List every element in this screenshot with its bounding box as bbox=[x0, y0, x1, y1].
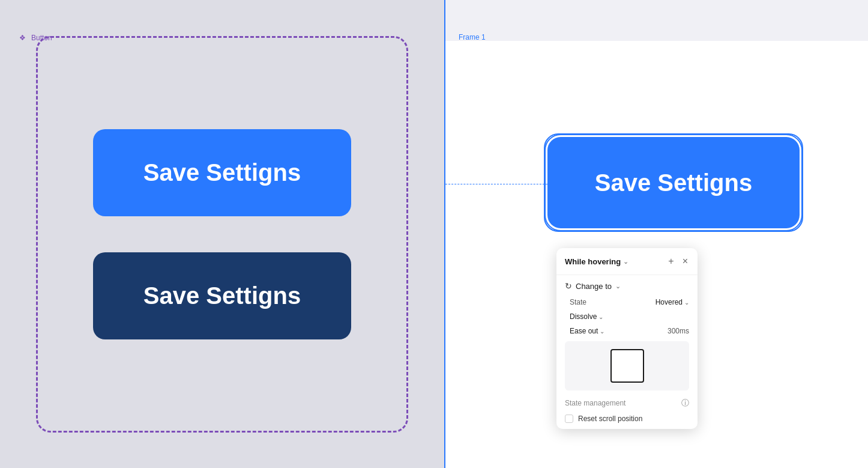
dissolve-value-group[interactable]: Dissolve ⌄ bbox=[570, 312, 603, 321]
reset-scroll-row: Reset scroll position bbox=[565, 415, 689, 423]
easing-label: Ease out bbox=[570, 327, 598, 335]
add-interaction-button[interactable]: + bbox=[667, 255, 675, 267]
component-label: ❖ Button bbox=[19, 34, 52, 42]
component-label-text: Button bbox=[31, 34, 52, 42]
easing-preview bbox=[565, 341, 689, 391]
duration-value: 300ms bbox=[668, 327, 689, 335]
action-label: Change to bbox=[576, 282, 612, 291]
state-value: Hovered bbox=[656, 298, 683, 306]
close-interaction-button[interactable]: × bbox=[681, 255, 689, 267]
right-panel: Frame 1 Save Settigns While hovering ⌄ + bbox=[444, 0, 868, 468]
reset-scroll-checkbox[interactable] bbox=[565, 415, 573, 423]
close-icon: × bbox=[683, 257, 688, 266]
panel-body: ↻ Change to ⌄ State Hovered ⌄ Dissolve bbox=[556, 275, 698, 429]
dissolve-row: Dissolve ⌄ bbox=[565, 312, 689, 321]
button-default-label: Save Settigns bbox=[143, 159, 301, 186]
easing-row: Ease out ⌄ 300ms bbox=[565, 327, 689, 335]
dissolve-chevron-icon: ⌄ bbox=[598, 314, 603, 320]
reset-scroll-label: Reset scroll position bbox=[578, 415, 642, 423]
panel-title-group: While hovering ⌄ bbox=[565, 257, 628, 266]
action-chevron-icon: ⌄ bbox=[615, 282, 621, 290]
panel-title: While hovering bbox=[565, 257, 621, 266]
button-hovered-label: Save Settigns bbox=[143, 282, 301, 309]
state-management-row: State management ⓘ bbox=[565, 398, 689, 409]
info-icon: ⓘ bbox=[681, 398, 689, 409]
frame-label: Frame 1 bbox=[459, 33, 486, 41]
button-hovered[interactable]: Save Settigns bbox=[93, 252, 351, 339]
dashed-container: Save Settigns Save Settigns bbox=[36, 36, 408, 433]
state-value-chevron-icon: ⌄ bbox=[684, 299, 689, 306]
component-icon: ❖ bbox=[19, 34, 28, 42]
change-to-icon: ↻ bbox=[565, 281, 572, 291]
interaction-panel: While hovering ⌄ + × ↻ Change to bbox=[556, 248, 698, 429]
frame-canvas: Save Settigns While hovering ⌄ + × bbox=[445, 41, 868, 468]
panel-header: While hovering ⌄ + × bbox=[556, 248, 698, 275]
button-default[interactable]: Save Settigns bbox=[93, 129, 351, 216]
action-row: ↻ Change to ⌄ bbox=[565, 281, 689, 291]
panel-title-chevron-icon: ⌄ bbox=[623, 258, 628, 266]
left-panel: ❖ Button Save Settigns Save Settigns bbox=[0, 0, 444, 468]
frame-button-label: Save Settigns bbox=[595, 169, 752, 196]
easing-box bbox=[610, 349, 644, 383]
easing-chevron-icon: ⌄ bbox=[600, 328, 604, 335]
state-label: State bbox=[570, 298, 586, 306]
frame-button[interactable]: Save Settigns bbox=[547, 137, 800, 228]
state-row: State Hovered ⌄ bbox=[565, 298, 689, 306]
state-management-label: State management bbox=[565, 399, 625, 407]
panel-actions: + × bbox=[667, 255, 689, 267]
dissolve-label: Dissolve bbox=[570, 312, 597, 321]
state-value-group[interactable]: Hovered ⌄ bbox=[656, 298, 689, 306]
easing-value-group[interactable]: Ease out ⌄ bbox=[570, 327, 604, 335]
connection-line bbox=[445, 184, 550, 184]
add-icon: + bbox=[668, 257, 674, 266]
